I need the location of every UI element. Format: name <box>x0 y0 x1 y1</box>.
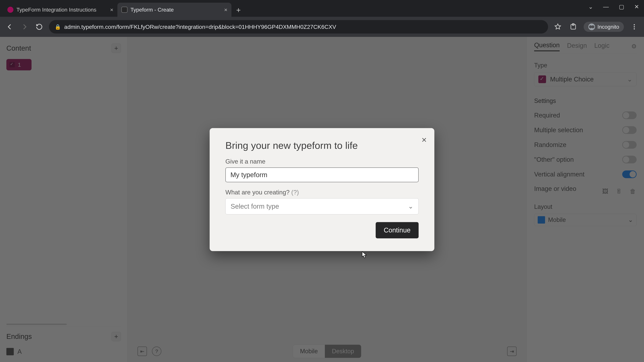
tab-close-icon[interactable]: × <box>110 6 113 13</box>
reload-button[interactable] <box>34 22 44 32</box>
browser-toolbar: 🔒 admin.typeform.com/form/FKLfyORw/creat… <box>0 17 644 37</box>
field-name: Give it a name <box>226 158 418 182</box>
name-input[interactable] <box>226 167 418 182</box>
bookmark-star-icon[interactable] <box>553 22 563 32</box>
new-tab-button[interactable]: + <box>233 5 244 15</box>
minimize-icon[interactable]: ― <box>603 3 609 10</box>
browser-tab-0[interactable]: TypeForm Integration Instructions × <box>3 3 118 17</box>
help-icon[interactable]: (?) <box>291 189 299 196</box>
maximize-icon[interactable]: ▢ <box>619 3 624 10</box>
svg-point-4 <box>634 28 635 29</box>
new-typeform-modal: × Bring your new typeform to life Give i… <box>210 128 434 251</box>
tab-title: Typeform - Create <box>130 7 221 13</box>
incognito-label: Incognito <box>598 24 619 30</box>
lock-icon: 🔒 <box>55 24 61 30</box>
type-label: What are you creating? (?) <box>226 189 418 196</box>
modal-title: Bring your new typeform to life <box>226 140 418 151</box>
address-bar[interactable]: 🔒 admin.typeform.com/form/FKLfyORw/creat… <box>49 20 548 33</box>
form-type-select[interactable]: Select form type ⌄ <box>226 198 418 214</box>
incognito-indicator[interactable]: Incognito <box>584 22 624 32</box>
continue-button[interactable]: Continue <box>376 222 418 238</box>
nav-back-button[interactable] <box>5 22 15 32</box>
tab-favicon-icon <box>8 7 14 13</box>
tab-close-icon[interactable]: × <box>224 6 228 13</box>
incognito-icon <box>588 23 595 30</box>
select-placeholder: Select form type <box>230 203 279 210</box>
browser-menu-icon[interactable] <box>629 22 639 32</box>
browser-tab-1[interactable]: Typeform - Create × <box>118 3 232 17</box>
close-window-icon[interactable]: ✕ <box>634 3 639 10</box>
type-label-text: What are you creating? <box>226 189 290 196</box>
browser-tabs: TypeForm Integration Instructions × Type… <box>3 3 244 17</box>
chevron-down-icon: ⌄ <box>408 203 414 210</box>
extensions-icon[interactable] <box>568 22 578 32</box>
browser-titlebar: TypeForm Integration Instructions × Type… <box>0 0 644 17</box>
name-label: Give it a name <box>226 158 418 165</box>
url-text: admin.typeform.com/form/FKLfyORw/create?… <box>64 24 336 30</box>
field-form-type: What are you creating? (?) Select form t… <box>226 189 418 214</box>
tabsearch-icon[interactable]: ⌄ <box>588 3 593 10</box>
svg-point-3 <box>634 26 635 27</box>
nav-forward-button[interactable] <box>20 22 30 32</box>
svg-point-2 <box>634 24 635 25</box>
window-controls: ⌄ ― ▢ ✕ <box>588 3 639 10</box>
tab-favicon-icon <box>122 7 128 13</box>
tab-title: TypeForm Integration Instructions <box>16 7 107 13</box>
modal-close-button[interactable]: × <box>422 135 427 145</box>
app-viewport: Content + 1 Endings + A <box>0 37 644 362</box>
